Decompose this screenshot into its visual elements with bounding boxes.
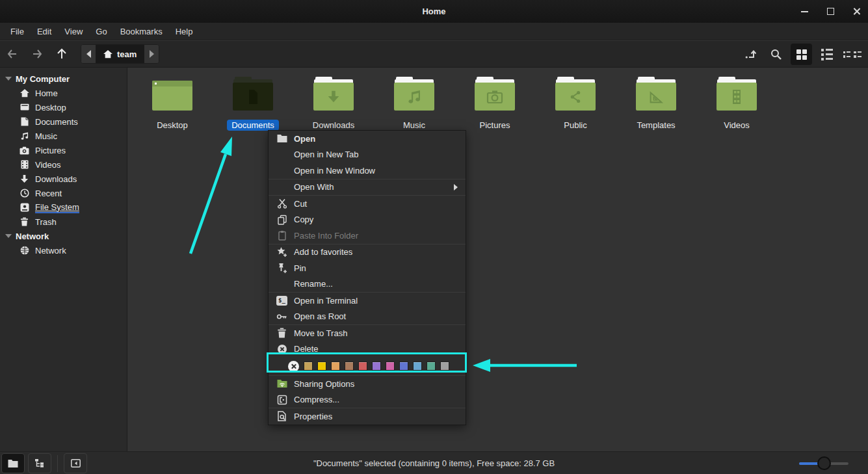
back-button[interactable] [0, 44, 25, 64]
toolbar: team [0, 41, 868, 68]
expander-icon[interactable] [5, 234, 12, 238]
menu-view[interactable]: View [58, 24, 89, 39]
folder-public[interactable]: Public [535, 77, 616, 131]
menu-item-move-to-trash[interactable]: Move to Trash [269, 325, 466, 341]
key-icon [276, 311, 287, 322]
menu-item-pin[interactable]: Pin [269, 260, 466, 276]
folder-music[interactable]: Music [374, 77, 454, 131]
menu-edit[interactable]: Edit [31, 24, 58, 39]
title-bar[interactable]: Home [0, 0, 868, 23]
breadcrumb-right-icon [150, 50, 154, 58]
clipboard-icon [276, 230, 287, 241]
menu-bookmarks[interactable]: Bookmarks [114, 24, 169, 39]
color-swatch[interactable] [331, 362, 340, 371]
menu-item-properties[interactable]: Properties [269, 408, 466, 425]
list-view-icon [821, 49, 833, 60]
annotation-arrow-line [191, 154, 226, 254]
pushpin-plus-icon [276, 263, 287, 274]
sidebar-item-documents[interactable]: Documents [0, 114, 127, 129]
color-swatch[interactable] [427, 362, 436, 371]
menu-item-delete[interactable]: Delete [269, 341, 466, 358]
menu-item-copy[interactable]: Copy [269, 212, 466, 228]
sidebar-item-file-system[interactable]: File System [0, 200, 127, 215]
menu-go[interactable]: Go [89, 24, 113, 39]
folder-desktop[interactable]: Desktop [132, 77, 213, 131]
sidebar-item-recent[interactable]: Recent [0, 186, 127, 200]
sidebar-item-pictures[interactable]: Pictures [0, 143, 127, 157]
folder-pictures[interactable]: Pictures [454, 77, 535, 131]
menu-item-sharing-options[interactable]: Sharing Options [269, 376, 466, 392]
folder-videos[interactable]: Videos [696, 77, 777, 131]
maximize-button[interactable] [822, 4, 838, 20]
sidebar-item-desktop[interactable]: Desktop [0, 100, 127, 114]
menu-item-open[interactable]: Open [269, 131, 466, 147]
context-menu: Open Open in New Tab Open in New Window … [268, 130, 466, 425]
sidebar-item-music[interactable]: Music [0, 129, 127, 143]
sidebar-section-network[interactable]: Network [0, 229, 127, 243]
toggle-location-entry-button[interactable] [740, 44, 761, 65]
menu-item-open-as-root[interactable]: Open as Root [269, 309, 466, 325]
menu-item-open-in-new-window[interactable]: Open in New Window [269, 163, 466, 179]
sidebar-section-my-computer[interactable]: My Computer [0, 72, 127, 86]
sidebar-item-network[interactable]: Network [0, 243, 127, 257]
show-treeview-button[interactable] [28, 453, 51, 473]
clear-color-button[interactable] [288, 361, 299, 372]
window-title: Home [0, 7, 868, 16]
tree-view-icon [34, 458, 45, 468]
color-swatch[interactable] [345, 362, 354, 371]
zoom-slider-knob[interactable] [817, 456, 831, 470]
menu-item-add-to-favorites[interactable]: Add to favorites [269, 244, 466, 261]
menu-item-paste-into-folder[interactable]: Paste Into Folder [269, 228, 466, 244]
breadcrumb-label: team [117, 49, 137, 59]
sidebar-item-home[interactable]: Home [0, 86, 127, 100]
menu-help[interactable]: Help [169, 24, 200, 39]
menu-item-cut[interactable]: Cut [269, 196, 466, 212]
folder-documents[interactable]: Documents [213, 77, 293, 131]
breadcrumb-segment-team[interactable]: team [96, 45, 144, 63]
folder-downloads[interactable]: Downloads [293, 77, 374, 131]
color-swatch[interactable] [358, 362, 367, 371]
folder-icon [276, 133, 287, 144]
scissors-icon [276, 198, 287, 209]
menu-file[interactable]: File [4, 24, 31, 39]
color-swatch[interactable] [413, 362, 422, 371]
home-icon [20, 88, 29, 98]
menu-item-open-in-terminal[interactable]: $_ Open in Terminal [269, 293, 466, 309]
sidebar-item-trash[interactable]: Trash [0, 215, 127, 229]
menu-item-open-in-new-tab[interactable]: Open in New Tab [269, 147, 466, 163]
back-arrow-icon [7, 49, 18, 59]
show-places-button[interactable] [1, 453, 25, 473]
up-button[interactable] [49, 44, 74, 64]
downloads-folder-icon [313, 77, 354, 111]
expander-icon[interactable] [5, 77, 12, 81]
breadcrumb-right-button[interactable] [144, 45, 159, 63]
breadcrumb-left-icon [86, 50, 91, 58]
menu-item-compress[interactable]: Compress... [269, 392, 466, 408]
search-button[interactable] [765, 44, 787, 65]
folder-templates[interactable]: Templates [616, 77, 696, 131]
submenu-arrow-icon [454, 184, 458, 191]
sidebar-item-downloads[interactable]: Downloads [0, 172, 127, 186]
zoom-slider[interactable] [799, 452, 858, 474]
color-swatch[interactable] [372, 362, 381, 371]
menu-color-row [269, 357, 466, 375]
documents-folder-icon [233, 77, 273, 111]
status-bar: "Documents" selected (containing 0 items… [0, 451, 868, 474]
color-swatch[interactable] [304, 362, 313, 371]
color-swatch[interactable] [440, 362, 449, 371]
sidebar-item-videos[interactable]: Videos [0, 157, 127, 172]
color-swatch[interactable] [386, 362, 395, 371]
pictures-folder-icon [475, 77, 515, 111]
icon-view-button[interactable] [791, 44, 812, 65]
color-swatch[interactable] [399, 362, 408, 371]
menu-item-rename[interactable]: Rename... [269, 276, 466, 293]
minimize-button[interactable] [796, 4, 812, 20]
breadcrumb-left-button[interactable] [81, 45, 96, 63]
menu-item-open-with[interactable]: Open With [269, 179, 466, 196]
compact-view-button[interactable] [841, 44, 863, 65]
list-view-button[interactable] [816, 44, 837, 65]
color-swatch[interactable] [317, 362, 326, 371]
toggle-side-pane-button[interactable] [64, 453, 87, 473]
forward-button[interactable] [25, 44, 49, 64]
close-button[interactable] [848, 4, 864, 20]
